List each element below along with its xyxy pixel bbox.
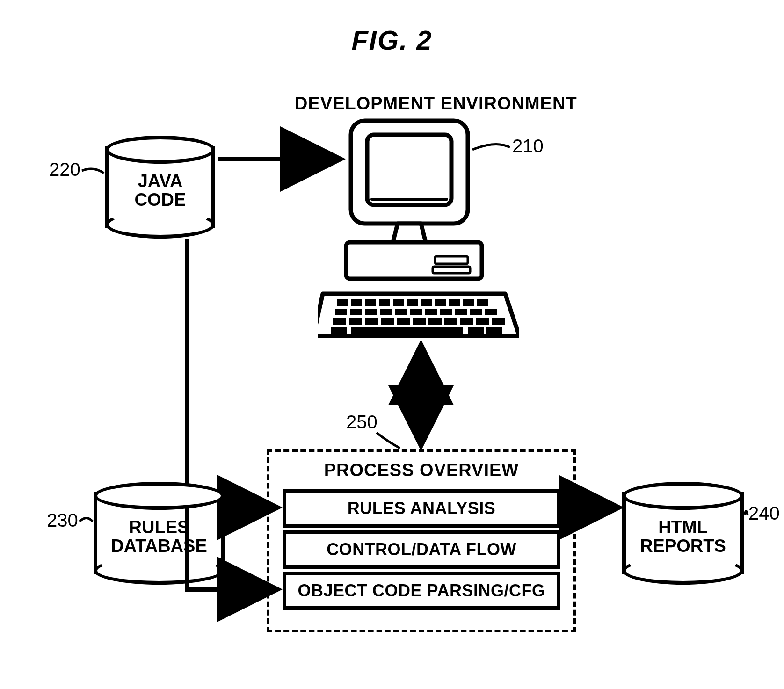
leadline-230 [80,518,93,522]
process-row-rules-analysis: RULES ANALYSIS [283,489,560,528]
svg-rect-40 [331,327,347,334]
svg-rect-19 [365,309,377,315]
figure-title: FIG. 2 [351,24,432,56]
svg-rect-23 [425,309,437,315]
java-code-label: JAVA CODE [105,172,215,210]
development-environment-label: DEVELOPMENT ENVIRONMENT [295,94,577,114]
svg-rect-20 [380,309,392,315]
svg-rect-22 [410,309,422,315]
svg-rect-30 [365,318,378,325]
svg-rect-27 [485,309,497,315]
svg-rect-18 [350,309,362,315]
rules-database-label: RULES DATABASE [94,518,225,556]
process-row-object-code-parsing: OBJECT CODE PARSING/CFG [283,572,560,610]
svg-rect-7 [351,299,362,306]
svg-rect-24 [440,309,452,315]
process-overview-title: PROCESS OVERVIEW [269,460,573,480]
svg-rect-9 [379,299,390,306]
process-overview-box: PROCESS OVERVIEW RULES ANALYSIS CONTROL/… [267,449,576,632]
leadline-220 [82,169,104,173]
svg-rect-37 [476,318,489,325]
svg-rect-25 [455,309,467,315]
svg-rect-34 [428,318,442,325]
svg-rect-21 [395,309,407,315]
svg-rect-35 [444,318,457,325]
ref-240: 240 [748,503,780,524]
html-reports-datastore: HTML REPORTS [622,482,744,585]
process-row-control-data-flow: CONTROL/DATA FLOW ANALYSIS [283,530,560,569]
svg-rect-31 [381,318,394,325]
svg-rect-29 [349,318,362,325]
svg-rect-14 [449,299,460,306]
svg-rect-5 [433,267,470,273]
svg-rect-11 [407,299,418,306]
rules-database-datastore: RULES DATABASE [94,482,225,585]
ref-210: 210 [512,136,544,157]
svg-rect-28 [333,318,346,325]
svg-rect-13 [435,299,446,306]
svg-rect-10 [393,299,404,306]
html-reports-label: HTML REPORTS [622,518,744,556]
ref-230: 230 [47,510,78,531]
leadline-250 [377,433,400,448]
leadline-240 [745,511,748,515]
svg-rect-26 [470,309,482,315]
svg-rect-38 [492,318,505,325]
svg-rect-12 [421,299,432,306]
svg-rect-16 [477,299,488,306]
svg-rect-17 [335,309,347,315]
svg-rect-6 [337,299,348,306]
svg-rect-41 [468,327,484,334]
svg-rect-33 [413,318,426,325]
diagram-canvas: FIG. 2 DEVELOPMENT ENVIRONMENT [0,0,784,689]
ref-250: 250 [346,412,377,433]
java-code-datastore: JAVA CODE [105,136,215,239]
svg-rect-42 [486,327,502,334]
svg-rect-36 [460,318,473,325]
svg-rect-32 [397,318,410,325]
svg-rect-4 [435,256,468,264]
svg-rect-39 [351,327,463,334]
ref-220: 220 [49,159,80,180]
svg-rect-15 [463,299,474,306]
svg-rect-1 [367,135,451,205]
computer-icon [318,116,519,341]
svg-rect-8 [365,299,376,306]
